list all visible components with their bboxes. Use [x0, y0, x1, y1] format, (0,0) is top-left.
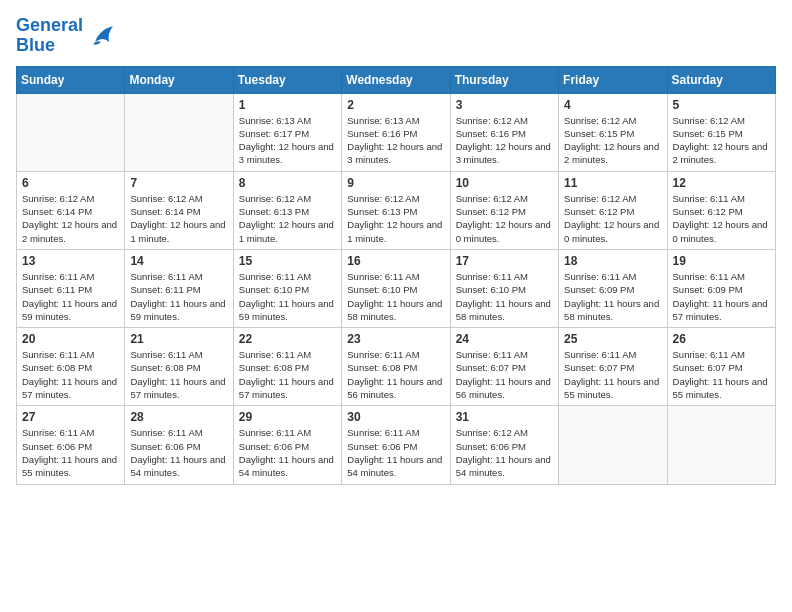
weekday-header-row: SundayMondayTuesdayWednesdayThursdayFrid…: [17, 66, 776, 93]
day-number: 12: [673, 176, 770, 190]
calendar-cell: 27Sunrise: 6:11 AM Sunset: 6:06 PM Dayli…: [17, 406, 125, 484]
calendar-cell: 22Sunrise: 6:11 AM Sunset: 6:08 PM Dayli…: [233, 328, 341, 406]
day-number: 2: [347, 98, 444, 112]
day-info: Sunrise: 6:13 AM Sunset: 6:16 PM Dayligh…: [347, 114, 444, 167]
calendar-cell: 4Sunrise: 6:12 AM Sunset: 6:15 PM Daylig…: [559, 93, 667, 171]
calendar-cell: 29Sunrise: 6:11 AM Sunset: 6:06 PM Dayli…: [233, 406, 341, 484]
day-info: Sunrise: 6:12 AM Sunset: 6:13 PM Dayligh…: [239, 192, 336, 245]
day-number: 26: [673, 332, 770, 346]
day-number: 3: [456, 98, 553, 112]
day-info: Sunrise: 6:12 AM Sunset: 6:14 PM Dayligh…: [130, 192, 227, 245]
calendar-cell: 7Sunrise: 6:12 AM Sunset: 6:14 PM Daylig…: [125, 171, 233, 249]
day-info: Sunrise: 6:12 AM Sunset: 6:12 PM Dayligh…: [564, 192, 661, 245]
day-number: 20: [22, 332, 119, 346]
day-info: Sunrise: 6:13 AM Sunset: 6:17 PM Dayligh…: [239, 114, 336, 167]
calendar-cell: 5Sunrise: 6:12 AM Sunset: 6:15 PM Daylig…: [667, 93, 775, 171]
calendar-cell: 8Sunrise: 6:12 AM Sunset: 6:13 PM Daylig…: [233, 171, 341, 249]
calendar-cell: 13Sunrise: 6:11 AM Sunset: 6:11 PM Dayli…: [17, 249, 125, 327]
day-info: Sunrise: 6:12 AM Sunset: 6:14 PM Dayligh…: [22, 192, 119, 245]
calendar-week-row: 13Sunrise: 6:11 AM Sunset: 6:11 PM Dayli…: [17, 249, 776, 327]
calendar-cell: 25Sunrise: 6:11 AM Sunset: 6:07 PM Dayli…: [559, 328, 667, 406]
calendar-cell: 19Sunrise: 6:11 AM Sunset: 6:09 PM Dayli…: [667, 249, 775, 327]
day-info: Sunrise: 6:12 AM Sunset: 6:16 PM Dayligh…: [456, 114, 553, 167]
weekday-header-saturday: Saturday: [667, 66, 775, 93]
calendar-cell: 24Sunrise: 6:11 AM Sunset: 6:07 PM Dayli…: [450, 328, 558, 406]
calendar-cell: 14Sunrise: 6:11 AM Sunset: 6:11 PM Dayli…: [125, 249, 233, 327]
day-info: Sunrise: 6:11 AM Sunset: 6:09 PM Dayligh…: [673, 270, 770, 323]
weekday-header-sunday: Sunday: [17, 66, 125, 93]
logo: General Blue: [16, 16, 117, 56]
day-number: 22: [239, 332, 336, 346]
day-info: Sunrise: 6:11 AM Sunset: 6:06 PM Dayligh…: [347, 426, 444, 479]
calendar-cell: 12Sunrise: 6:11 AM Sunset: 6:12 PM Dayli…: [667, 171, 775, 249]
day-info: Sunrise: 6:11 AM Sunset: 6:08 PM Dayligh…: [239, 348, 336, 401]
day-number: 5: [673, 98, 770, 112]
weekday-header-tuesday: Tuesday: [233, 66, 341, 93]
day-number: 6: [22, 176, 119, 190]
day-number: 21: [130, 332, 227, 346]
weekday-header-wednesday: Wednesday: [342, 66, 450, 93]
calendar-cell: 10Sunrise: 6:12 AM Sunset: 6:12 PM Dayli…: [450, 171, 558, 249]
day-number: 24: [456, 332, 553, 346]
calendar-cell: 1Sunrise: 6:13 AM Sunset: 6:17 PM Daylig…: [233, 93, 341, 171]
calendar-cell: 17Sunrise: 6:11 AM Sunset: 6:10 PM Dayli…: [450, 249, 558, 327]
calendar-week-row: 1Sunrise: 6:13 AM Sunset: 6:17 PM Daylig…: [17, 93, 776, 171]
day-info: Sunrise: 6:12 AM Sunset: 6:06 PM Dayligh…: [456, 426, 553, 479]
calendar-cell: 15Sunrise: 6:11 AM Sunset: 6:10 PM Dayli…: [233, 249, 341, 327]
day-info: Sunrise: 6:11 AM Sunset: 6:08 PM Dayligh…: [22, 348, 119, 401]
day-number: 14: [130, 254, 227, 268]
calendar-cell: 21Sunrise: 6:11 AM Sunset: 6:08 PM Dayli…: [125, 328, 233, 406]
day-number: 17: [456, 254, 553, 268]
day-info: Sunrise: 6:11 AM Sunset: 6:09 PM Dayligh…: [564, 270, 661, 323]
day-number: 19: [673, 254, 770, 268]
calendar-cell: 3Sunrise: 6:12 AM Sunset: 6:16 PM Daylig…: [450, 93, 558, 171]
day-number: 8: [239, 176, 336, 190]
weekday-header-friday: Friday: [559, 66, 667, 93]
day-info: Sunrise: 6:11 AM Sunset: 6:10 PM Dayligh…: [456, 270, 553, 323]
day-info: Sunrise: 6:12 AM Sunset: 6:13 PM Dayligh…: [347, 192, 444, 245]
logo-blue: Blue: [16, 35, 55, 55]
logo-icon: [87, 22, 117, 50]
calendar-table: SundayMondayTuesdayWednesdayThursdayFrid…: [16, 66, 776, 485]
day-info: Sunrise: 6:11 AM Sunset: 6:07 PM Dayligh…: [456, 348, 553, 401]
day-info: Sunrise: 6:11 AM Sunset: 6:06 PM Dayligh…: [22, 426, 119, 479]
day-info: Sunrise: 6:11 AM Sunset: 6:10 PM Dayligh…: [347, 270, 444, 323]
day-info: Sunrise: 6:12 AM Sunset: 6:15 PM Dayligh…: [673, 114, 770, 167]
day-number: 10: [456, 176, 553, 190]
day-number: 29: [239, 410, 336, 424]
day-number: 1: [239, 98, 336, 112]
calendar-cell: 16Sunrise: 6:11 AM Sunset: 6:10 PM Dayli…: [342, 249, 450, 327]
calendar-cell: 26Sunrise: 6:11 AM Sunset: 6:07 PM Dayli…: [667, 328, 775, 406]
weekday-header-thursday: Thursday: [450, 66, 558, 93]
calendar-cell: 28Sunrise: 6:11 AM Sunset: 6:06 PM Dayli…: [125, 406, 233, 484]
calendar-cell: [17, 93, 125, 171]
day-info: Sunrise: 6:11 AM Sunset: 6:11 PM Dayligh…: [130, 270, 227, 323]
day-info: Sunrise: 6:11 AM Sunset: 6:07 PM Dayligh…: [673, 348, 770, 401]
day-number: 13: [22, 254, 119, 268]
day-number: 18: [564, 254, 661, 268]
weekday-header-monday: Monday: [125, 66, 233, 93]
day-info: Sunrise: 6:11 AM Sunset: 6:06 PM Dayligh…: [130, 426, 227, 479]
day-number: 27: [22, 410, 119, 424]
day-number: 15: [239, 254, 336, 268]
day-info: Sunrise: 6:12 AM Sunset: 6:15 PM Dayligh…: [564, 114, 661, 167]
page-header: General Blue: [16, 16, 776, 56]
day-info: Sunrise: 6:11 AM Sunset: 6:10 PM Dayligh…: [239, 270, 336, 323]
day-number: 4: [564, 98, 661, 112]
day-info: Sunrise: 6:11 AM Sunset: 6:08 PM Dayligh…: [347, 348, 444, 401]
day-number: 23: [347, 332, 444, 346]
calendar-cell: 11Sunrise: 6:12 AM Sunset: 6:12 PM Dayli…: [559, 171, 667, 249]
day-info: Sunrise: 6:11 AM Sunset: 6:06 PM Dayligh…: [239, 426, 336, 479]
day-number: 9: [347, 176, 444, 190]
day-number: 31: [456, 410, 553, 424]
day-info: Sunrise: 6:11 AM Sunset: 6:07 PM Dayligh…: [564, 348, 661, 401]
calendar-cell: 23Sunrise: 6:11 AM Sunset: 6:08 PM Dayli…: [342, 328, 450, 406]
day-info: Sunrise: 6:12 AM Sunset: 6:12 PM Dayligh…: [456, 192, 553, 245]
calendar-week-row: 6Sunrise: 6:12 AM Sunset: 6:14 PM Daylig…: [17, 171, 776, 249]
day-number: 16: [347, 254, 444, 268]
day-info: Sunrise: 6:11 AM Sunset: 6:11 PM Dayligh…: [22, 270, 119, 323]
logo-text: General Blue: [16, 16, 83, 56]
calendar-cell: [125, 93, 233, 171]
day-number: 28: [130, 410, 227, 424]
logo-general: General: [16, 15, 83, 35]
